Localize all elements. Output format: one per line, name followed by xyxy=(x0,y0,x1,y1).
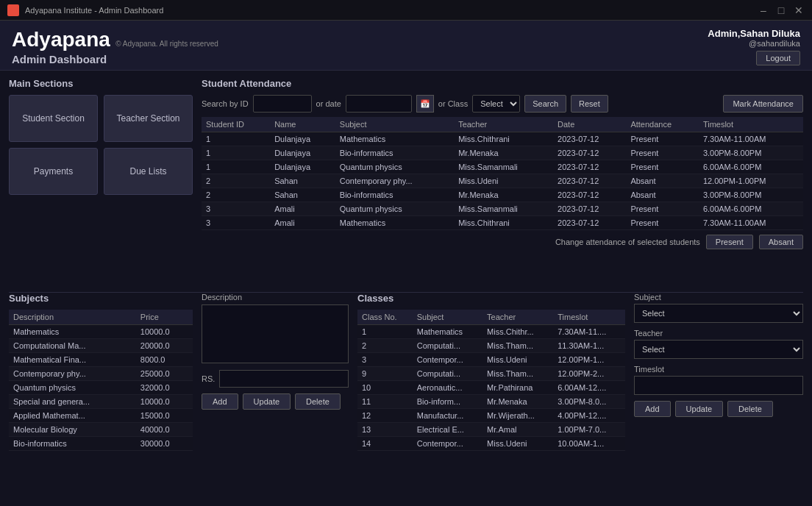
header: Adyapana © Adyapana. All rights reserved… xyxy=(0,21,812,71)
maximize-icon[interactable]: □ xyxy=(775,4,787,16)
payments-button[interactable]: Payments xyxy=(9,148,98,195)
list-item[interactable]: 14Contempor...Miss.Udeni10.00AM-1... xyxy=(357,437,625,451)
att-col-name: Name xyxy=(270,117,335,132)
subjects-section: Subjects Description Price Mathematics10… xyxy=(9,293,193,499)
subjects-title: Subjects xyxy=(9,293,193,304)
table-row[interactable]: 1DulanjayaBio-informaticsMr.Menaka2023-0… xyxy=(202,146,803,160)
classes-col-timeslot: Timeslot xyxy=(553,310,625,325)
list-item[interactable]: 10Aeronautic...Mr.Pathirana6.00AM-12.... xyxy=(357,381,625,395)
list-item[interactable]: 2Computati...Miss.Tham...11.30AM-1... xyxy=(357,339,625,353)
list-item[interactable]: Applied Mathemat...15000.0 xyxy=(9,409,193,423)
price-input[interactable] xyxy=(219,370,349,388)
class-timeslot-input[interactable] xyxy=(634,376,803,395)
class-subject-label: Subject xyxy=(634,293,803,302)
list-item[interactable]: Molecular Biology40000.0 xyxy=(9,423,193,437)
search-by-id-label: Search by ID xyxy=(202,99,249,108)
list-item[interactable]: 3Contempor...Miss.Udeni12.00PM-1... xyxy=(357,353,625,367)
list-item[interactable]: Computational Ma...20000.0 xyxy=(9,339,193,353)
attendance-table: Student IDNameSubjectTeacherDateAttendan… xyxy=(202,117,803,230)
class-add-button[interactable]: Add xyxy=(634,401,671,417)
list-item[interactable]: Quantum physics32000.0 xyxy=(9,381,193,395)
logo-sub: © Adyapana. All rights reserved xyxy=(115,40,218,48)
attendance-table-wrapper: Student IDNameSubjectTeacherDateAttendan… xyxy=(202,117,803,230)
class-edit-buttons: Add Update Delete xyxy=(634,401,803,417)
subject-description-input[interactable] xyxy=(202,304,349,363)
classes-table: Class No. Subject Teacher Timeslot 1Math… xyxy=(357,310,625,451)
table-row[interactable]: 2SahanBio-informaticsMr.Menaka2023-07-12… xyxy=(202,188,803,202)
price-row: RS. xyxy=(202,370,349,388)
list-item[interactable]: 1MathematicsMiss.Chithr...7.30AM-11.... xyxy=(357,325,625,339)
titlebar: Adyapana Institute - Admin Dashboard – □… xyxy=(0,0,812,21)
table-row[interactable]: 1DulanjayaMathematicsMiss.Chithrani2023-… xyxy=(202,132,803,146)
absant-button[interactable]: Absant xyxy=(759,235,803,249)
class-update-button[interactable]: Update xyxy=(675,401,723,417)
attendance-header: Student IDNameSubjectTeacherDateAttendan… xyxy=(202,117,803,132)
list-item[interactable]: 12Manufactur...Mr.Wijerath...4.00PM-12..… xyxy=(357,409,625,423)
classes-section: Classes Class No. Subject Teacher Timesl… xyxy=(357,293,625,499)
list-item[interactable]: 11Bio-inform...Mr.Menaka3.00PM-8.0... xyxy=(357,395,625,409)
class-select[interactable]: Select xyxy=(472,95,520,113)
class-delete-button[interactable]: Delete xyxy=(727,401,773,417)
subjects-header: Description Price xyxy=(9,310,193,325)
titlebar-title: Adyapana Institute - Admin Dashboard xyxy=(25,6,758,15)
rs-label: RS. xyxy=(202,374,215,383)
classes-title: Classes xyxy=(357,293,625,304)
classes-col-teacher: Teacher xyxy=(482,310,553,325)
logo-row: Adyapana © Adyapana. All rights reserved xyxy=(12,28,218,51)
list-item[interactable]: 9Computati...Miss.Tham...12.00PM-2... xyxy=(357,367,625,381)
body: Main Sections Student Section Teacher Se… xyxy=(0,71,812,506)
attendance-controls: Search by ID or date 📅 or Class Select S… xyxy=(202,95,803,113)
table-row[interactable]: 1DulanjayaQuantum physicsMiss.Samanmali2… xyxy=(202,160,803,174)
att-col-subject: Subject xyxy=(335,117,454,132)
admin-name: Admin,Sahan Diluka xyxy=(708,28,800,39)
subjects-col-desc: Description xyxy=(9,310,136,325)
subject-update-button[interactable]: Update xyxy=(243,393,291,410)
list-item[interactable]: Mathematics10000.0 xyxy=(9,325,193,339)
bottom-row: Subjects Description Price Mathematics10… xyxy=(0,293,812,506)
or-date-label: or date xyxy=(316,99,341,108)
subject-delete-button[interactable]: Delete xyxy=(295,393,341,410)
table-row[interactable]: 2SahanContemporary phy...Miss.Udeni2023-… xyxy=(202,174,803,188)
attendance-section: Student Attendance Search by ID or date … xyxy=(202,78,803,285)
att-col-attendance: Attendance xyxy=(626,117,698,132)
student-section-button[interactable]: Student Section xyxy=(9,95,98,142)
subjects-table-wrapper: Description Price Mathematics10000.0Comp… xyxy=(9,310,193,455)
table-row[interactable]: 3AmaliMathematicsMiss.Chithrani2023-07-1… xyxy=(202,216,803,230)
top-row: Main Sections Student Section Teacher Se… xyxy=(0,71,812,292)
page-title: Admin Dashboard xyxy=(12,53,218,65)
list-item[interactable]: Bio-informatics30000.0 xyxy=(9,437,193,451)
calendar-icon[interactable]: 📅 xyxy=(416,95,434,113)
class-teacher-label: Teacher xyxy=(634,329,803,338)
teacher-section-button[interactable]: Teacher Section xyxy=(104,95,193,142)
class-subject-row: Subject Select xyxy=(634,293,803,323)
classes-col-subject: Subject xyxy=(413,310,482,325)
header-left: Adyapana © Adyapana. All rights reserved… xyxy=(12,28,218,65)
list-item[interactable]: Contemporary phy...25000.0 xyxy=(9,367,193,381)
search-button[interactable]: Search xyxy=(524,95,566,113)
due-lists-button[interactable]: Due Lists xyxy=(104,148,193,195)
subject-add-button[interactable]: Add xyxy=(202,393,238,410)
mark-attendance-button[interactable]: Mark Attendance xyxy=(723,95,803,113)
list-item[interactable]: Mathematical Fina...8000.0 xyxy=(9,353,193,367)
subjects-col-price: Price xyxy=(136,310,193,325)
date-input[interactable] xyxy=(346,95,412,113)
class-timeslot-label: Timeslot xyxy=(634,365,803,374)
close-icon[interactable]: ✕ xyxy=(793,4,805,16)
list-item[interactable]: Special and genera...10000.0 xyxy=(9,395,193,409)
class-subject-select[interactable]: Select xyxy=(634,304,803,323)
subjects-body: Mathematics10000.0Computational Ma...200… xyxy=(9,325,193,451)
table-row[interactable]: 3AmaliQuantum physicsMiss.Samanmali2023-… xyxy=(202,202,803,216)
or-class-label: or Class xyxy=(438,99,468,108)
search-by-id-input[interactable] xyxy=(253,95,312,113)
classes-table-wrapper: Class No. Subject Teacher Timeslot 1Math… xyxy=(357,310,625,451)
reset-button[interactable]: Reset xyxy=(571,95,608,113)
logo-name: Adyapana xyxy=(12,28,110,51)
class-buttons-row: Add Update Delete xyxy=(634,401,803,417)
logout-button[interactable]: Logout xyxy=(756,51,800,65)
class-teacher-select[interactable]: Select xyxy=(634,340,803,359)
list-item[interactable]: 13Electrical E...Mr.Amal1.00PM-7.0... xyxy=(357,423,625,437)
main-sections-title: Main Sections xyxy=(9,78,193,89)
minimize-icon[interactable]: – xyxy=(758,4,769,16)
attendance-title: Student Attendance xyxy=(202,78,803,89)
present-button[interactable]: Present xyxy=(706,235,753,249)
